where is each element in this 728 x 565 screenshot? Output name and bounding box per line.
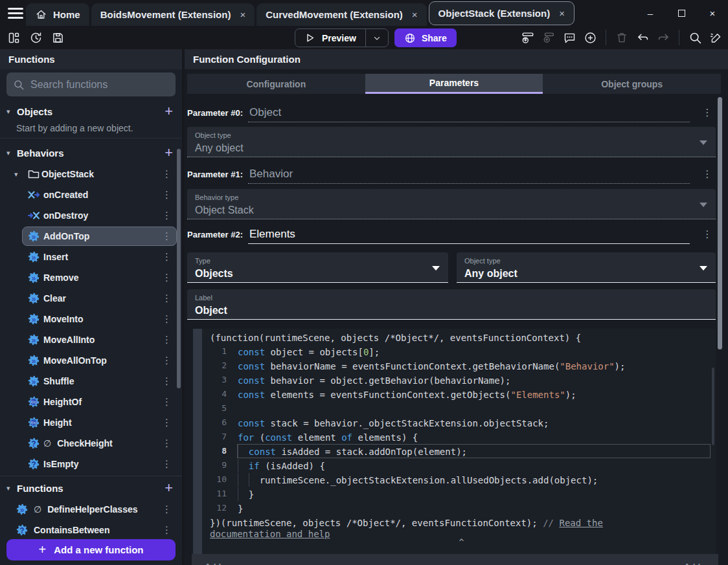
window-minimize-button[interactable]: –	[645, 8, 655, 18]
parameter-2-name-input[interactable]: Elements	[248, 228, 690, 244]
item-menu-button[interactable]: ⋮	[162, 504, 182, 515]
delete-button[interactable]	[613, 29, 630, 46]
item-menu-button[interactable]: ⋮	[162, 272, 182, 283]
parameter-2-menu-button[interactable]: ⋮	[699, 228, 716, 244]
undo-button[interactable]	[634, 29, 651, 46]
caret-down-icon[interactable]: ▾	[14, 170, 18, 179]
code-line-10[interactable]: 10runtimeScene._objectStackExtension.all…	[202, 472, 716, 487]
parameter-2-label-field[interactable]: Label Object	[187, 289, 716, 320]
tab-parameters[interactable]: Parameters	[365, 74, 543, 94]
read-documentation-link[interactable]: Read the	[559, 518, 602, 528]
item-menu-button[interactable]: ⋮	[162, 210, 182, 221]
close-tab-icon[interactable]: ×	[412, 9, 418, 20]
code-line-12[interactable]: 12}	[202, 501, 716, 515]
redo-button[interactable]	[655, 29, 672, 46]
preview-button[interactable]: Preview	[295, 28, 389, 47]
add-subevent-button[interactable]	[540, 29, 557, 46]
parameter-2-object-type-select[interactable]: Object type Any object	[457, 252, 716, 283]
tab-object-groups[interactable]: Object groups	[543, 74, 721, 94]
edit-pen-button[interactable]	[707, 29, 724, 46]
item-menu-button[interactable]: ⋮	[162, 168, 182, 180]
function-item-Shuffle[interactable]: »Shuffle⋮	[0, 371, 182, 392]
code-line-11[interactable]: 11}	[202, 487, 716, 501]
item-menu-button[interactable]: ⋮	[162, 524, 182, 536]
read-documentation-link[interactable]: documentation and help	[210, 529, 330, 539]
share-button[interactable]: Share	[394, 28, 457, 47]
parameter-0-name-input[interactable]: Object	[248, 106, 690, 122]
function-item-MoveAllInto[interactable]: »MoveAllInto⋮	[0, 329, 182, 350]
function-item-Insert[interactable]: »Insert⋮	[0, 247, 182, 267]
function-item-onDestroy[interactable]: onDestroy⋮	[0, 205, 182, 226]
item-menu-button[interactable]: ⋮	[162, 189, 182, 201]
parameter-1-behavior-type-select[interactable]: Behavior type Object Stack	[187, 189, 716, 219]
parameter-0-object-type-select[interactable]: Object type Any object	[187, 127, 716, 157]
item-menu-button[interactable]: ⋮	[162, 396, 182, 408]
function-item-CheckHeight[interactable]: ?∅CheckHeight⋮	[0, 433, 182, 454]
item-menu-button[interactable]: ⋮	[162, 458, 182, 470]
javascript-code-editor[interactable]: (function(runtimeScene, objects /*Object…	[202, 329, 716, 554]
item-menu-button[interactable]: ⋮	[162, 334, 182, 346]
code-line-6[interactable]: 6const stack = behavior._objectStackExte…	[202, 415, 716, 430]
function-item-MoveAllOnTop[interactable]: »MoveAllOnTop⋮	[0, 350, 182, 371]
partial-add-text[interactable]: Add...	[205, 562, 228, 565]
parameter-1-menu-button[interactable]: ⋮	[699, 168, 716, 184]
function-item-Height[interactable]: f(x)Height⋮	[0, 412, 182, 433]
parameter-2-type-select[interactable]: Type Objects	[187, 252, 448, 283]
main-scrollbar[interactable]	[718, 97, 722, 349]
item-menu-button[interactable]: ⋮	[162, 355, 182, 366]
caret-down-icon[interactable]: ▾	[6, 484, 16, 493]
function-item-IsEmpty[interactable]: ?IsEmpty⋮	[0, 454, 182, 474]
item-menu-button[interactable]: ⋮	[162, 313, 182, 325]
tab-objectstack[interactable]: ObjectStack (Extension) ×	[429, 1, 574, 25]
collapse-editor-button[interactable]: ^	[459, 537, 464, 547]
editor-scrollbar[interactable]	[712, 368, 714, 445]
search-functions-box[interactable]	[6, 72, 176, 96]
function-item-ObjectStack[interactable]: ▾ObjectStack⋮	[0, 164, 182, 184]
function-item-DefineHelperClasses[interactable]: »∅DefineHelperClasses⋮	[0, 499, 182, 520]
function-item-AddOnTop[interactable]: »AddOnTop⋮	[0, 226, 182, 247]
close-tab-icon[interactable]: ×	[559, 8, 565, 19]
panels-layout-button[interactable]	[5, 29, 22, 46]
code-line-7[interactable]: 7for (const element of elements) {	[202, 430, 716, 444]
item-menu-button[interactable]: ⋮	[162, 375, 182, 387]
save-button[interactable]	[49, 29, 66, 46]
parameter-1-name-input[interactable]: Behavior	[248, 168, 690, 184]
tab-curvedmovement[interactable]: CurvedMovement (Extension) ×	[256, 3, 426, 26]
code-line-5[interactable]: 5	[202, 401, 716, 415]
add-function-plus-button[interactable]: +	[165, 482, 173, 494]
search-input[interactable]	[30, 79, 169, 91]
search-button[interactable]	[687, 29, 703, 46]
add-new-function-button[interactable]: + Add a new function	[6, 539, 176, 560]
code-line-9[interactable]: 9if (isAdded) {	[202, 458, 716, 472]
code-line-8[interactable]: 8const isAdded = stack.addOnTop(element)…	[202, 444, 716, 458]
tab-configuration[interactable]: Configuration	[187, 74, 365, 94]
caret-down-icon[interactable]: ▾	[6, 107, 16, 116]
tab-home[interactable]: Home	[26, 3, 89, 26]
function-item-MoveInto[interactable]: »MoveInto⋮	[0, 309, 182, 329]
section-behaviors[interactable]: ▾ Behaviors +	[0, 144, 182, 162]
item-menu-button[interactable]: ⋮	[162, 251, 182, 263]
item-menu-button[interactable]: ⋮	[162, 417, 182, 428]
preview-options-chevron-icon[interactable]	[366, 34, 388, 43]
window-maximize-button[interactable]	[676, 8, 687, 18]
code-line-3[interactable]: 3const behavior = object.getBehavior(beh…	[202, 373, 716, 387]
close-tab-icon[interactable]: ×	[240, 9, 245, 20]
function-item-onCreated[interactable]: onCreated⋮	[0, 184, 182, 205]
item-menu-button[interactable]: ⋮	[162, 438, 182, 449]
partial-add-text[interactable]: Add...	[684, 562, 707, 565]
add-event-button[interactable]	[519, 29, 536, 46]
section-objects[interactable]: ▾ Objects +	[0, 102, 182, 120]
sidebar-scrollbar[interactable]	[177, 149, 181, 388]
code-line-4[interactable]: 4const elements = eventsFunctionContext.…	[202, 387, 716, 401]
add-comment-button[interactable]	[561, 29, 578, 46]
item-menu-button[interactable]: ⋮	[162, 293, 182, 304]
code-line-2[interactable]: 2const behaviorName = eventsFunctionCont…	[202, 359, 716, 373]
add-behavior-button[interactable]: +	[165, 146, 173, 159]
function-item-ContainsBetween[interactable]: ?ContainsBetween⋮	[0, 520, 182, 540]
add-object-button[interactable]: +	[165, 105, 173, 118]
add-other-button[interactable]	[582, 29, 598, 46]
tab-boidsmovement[interactable]: BoidsMovement (Extension) ×	[91, 3, 255, 26]
history-button[interactable]	[27, 29, 44, 46]
caret-down-icon[interactable]: ▾	[6, 149, 16, 157]
function-item-Remove[interactable]: »Remove⋮	[0, 267, 182, 288]
